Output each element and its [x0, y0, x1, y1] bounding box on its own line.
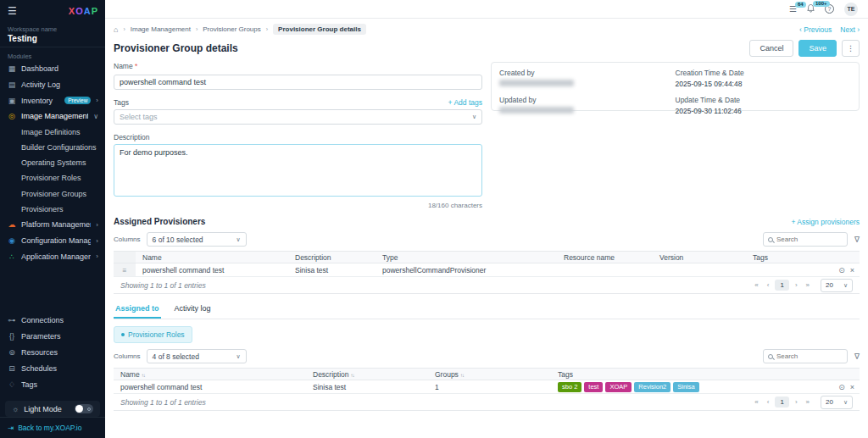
sidebar-item-activity-log[interactable]: ▤ Activity Log — [0, 77, 105, 93]
view-icon[interactable]: ⊙ — [838, 383, 845, 391]
light-mode-toggle[interactable] — [75, 404, 93, 413]
filter-icon[interactable]: ∇ — [854, 352, 860, 361]
updated-by-label: Updated by — [499, 96, 676, 104]
roles-table-toolbar: Columns 4 of 8 selected ∨ ∇ — [114, 349, 860, 363]
table-row[interactable]: ≡ powershell command test Sinisa test po… — [114, 263, 860, 277]
column-header-tags[interactable]: Tags — [746, 253, 838, 262]
assigned-provisioners-title: Assigned Provisioners — [114, 217, 205, 226]
column-header-description[interactable]: Description — [288, 253, 376, 262]
tags-label-row: Tags + Add tags — [114, 98, 482, 107]
view-icon[interactable]: ⊙ — [838, 266, 845, 274]
sidebar-item-provisioners[interactable]: Provisioners — [0, 202, 105, 217]
sidebar-item-provisioner-roles[interactable]: Provisioner Roles — [0, 170, 105, 186]
notifications-bell-icon[interactable]: 100+ — [807, 4, 815, 14]
logo-letter: O — [75, 6, 84, 16]
assign-provisioners-link[interactable]: + Assign provisioners — [791, 218, 860, 226]
sort-icon[interactable]: ↑↓ — [142, 373, 145, 378]
cancel-button[interactable]: Cancel — [749, 40, 793, 57]
description-field[interactable]: For demo purposes. — [114, 144, 482, 197]
tab-activity-log[interactable]: Activity log — [173, 301, 213, 319]
creation-time-block: Creation Time & Date 2025-09-15 09:44:48 — [676, 69, 852, 88]
columns-select[interactable]: 6 of 10 selected ∨ — [147, 232, 247, 247]
sidebar-item-tags[interactable]: ♢ Tags — [0, 376, 105, 392]
sort-icon[interactable]: ↑↓ — [351, 373, 354, 378]
sidebar-item-configuration-management[interactable]: ◉ Configuration Management › — [0, 233, 105, 249]
sidebar-item-schedules[interactable]: ⊟ Schedules — [0, 360, 105, 376]
sidebar-item-connections[interactable]: ⊶ Connections — [0, 312, 105, 328]
sidebar-item-label: Dashboard — [21, 64, 98, 73]
page-size-value: 20 — [826, 281, 833, 289]
column-header-name[interactable]: Name — [136, 253, 288, 262]
column-header-version[interactable]: Version — [653, 253, 746, 262]
column-header-name[interactable]: Name↑↓ — [114, 370, 306, 379]
tab-assigned-to[interactable]: Assigned to — [114, 301, 161, 319]
sidebar-item-image-definitions[interactable]: Image Definitions — [0, 125, 105, 140]
sidebar-item-dashboard[interactable]: ▦ Dashboard — [0, 61, 105, 77]
sidebar-item-inventory[interactable]: ▣ Inventory Preview › — [0, 92, 105, 108]
back-to-xoap-link[interactable]: ⇥ Back to my.XOAP.io — [0, 417, 105, 438]
search-input[interactable] — [776, 236, 836, 243]
next-page-button[interactable]: › — [793, 280, 800, 290]
current-page[interactable]: 1 — [775, 396, 788, 408]
name-field[interactable] — [114, 75, 482, 90]
table-row[interactable]: powershell command test Sinisa test 1 sb… — [114, 380, 860, 394]
sidebar-item-image-management[interactable]: ◎ Image Management ∨ — [0, 108, 105, 125]
next-page-button[interactable]: › — [793, 397, 800, 407]
inventory-icon: ▣ — [8, 97, 16, 105]
last-page-button[interactable]: » — [804, 280, 812, 290]
column-header-description[interactable]: Description↑↓ — [306, 370, 428, 379]
sort-icon[interactable]: ↑↓ — [460, 373, 464, 378]
page-size-select[interactable]: 20 ∨ — [821, 396, 853, 409]
sidebar-item-builder-configurations[interactable]: Builder Configurations — [0, 140, 105, 155]
tag-pill: test — [584, 382, 603, 392]
add-tags-link[interactable]: + Add tags — [448, 98, 482, 107]
breadcrumb-provisioner-groups[interactable]: Provisioner Groups — [203, 25, 260, 33]
first-page-button[interactable]: « — [752, 280, 760, 290]
provisioners-table-header: Name Description Type Resource name Vers… — [114, 252, 860, 263]
prev-page-button[interactable]: ‹ — [765, 397, 772, 407]
first-page-button[interactable]: « — [752, 397, 760, 407]
current-page[interactable]: 1 — [775, 280, 788, 291]
sidebar-item-platform-management[interactable]: ☁ Platform Management › — [0, 217, 105, 233]
sidebar-item-operating-systems[interactable]: Operating Systems — [0, 155, 105, 170]
form-area: Name * Tags + Add tags Select tags ∨ Des… — [114, 62, 860, 209]
last-page-button[interactable]: » — [804, 397, 812, 407]
drag-handle[interactable]: ≡ — [114, 263, 136, 276]
more-options-button[interactable]: ⋮ — [842, 40, 860, 57]
prev-page-button[interactable]: ‹ — [765, 280, 772, 290]
queue-icon[interactable]: ☰64 — [789, 5, 797, 14]
columns-select[interactable]: 4 of 8 selected ∨ — [147, 349, 247, 363]
search-input[interactable] — [776, 352, 836, 360]
chevron-right-icon: › — [96, 221, 98, 229]
chevron-down-icon: ∨ — [236, 353, 240, 360]
page-size-select[interactable]: 20 ∨ — [821, 279, 853, 292]
logo-letter: P — [92, 6, 98, 16]
toggle-dot — [87, 408, 91, 411]
filter-icon[interactable]: ∇ — [854, 236, 860, 244]
next-link[interactable]: Next › — [840, 25, 860, 34]
tags-select[interactable]: Select tags ∨ — [114, 109, 482, 125]
exit-icon: ⇥ — [8, 424, 14, 432]
tag-pill: Revision2 — [634, 382, 670, 392]
user-avatar[interactable]: TE — [844, 3, 858, 16]
column-header-resource-name[interactable]: Resource name — [557, 253, 653, 262]
created-by-value-redacted — [499, 80, 574, 86]
hamburger-menu-icon[interactable]: ☰ — [8, 5, 17, 17]
home-icon[interactable]: ⌂ — [114, 25, 118, 34]
update-time-value: 2025-09-30 11:02:46 — [676, 107, 852, 115]
previous-link[interactable]: ‹ Previous — [799, 25, 832, 34]
sidebar-item-resources[interactable]: ⊚ Resources — [0, 344, 105, 360]
remove-icon[interactable]: × — [850, 383, 854, 391]
column-header-tags[interactable]: Tags — [551, 370, 580, 379]
provisioner-roles-chip[interactable]: Provisioner Roles — [114, 326, 192, 343]
sidebar-item-provisioner-groups[interactable]: Provisioner Groups — [0, 186, 105, 202]
column-header-type[interactable]: Type — [376, 253, 557, 262]
sidebar-item-application-management[interactable]: ∴ Application Management › — [0, 248, 105, 264]
remove-icon[interactable]: × — [850, 266, 854, 274]
column-header-groups[interactable]: Groups↑↓ — [428, 370, 551, 379]
sidebar-item-parameters[interactable]: {} Parameters — [0, 328, 105, 344]
save-button[interactable]: Save — [798, 40, 837, 57]
breadcrumb-image-management[interactable]: Image Management — [131, 25, 191, 33]
connections-icon: ⊶ — [8, 316, 16, 324]
record-navigation: ‹ Previous Next › — [799, 25, 860, 34]
